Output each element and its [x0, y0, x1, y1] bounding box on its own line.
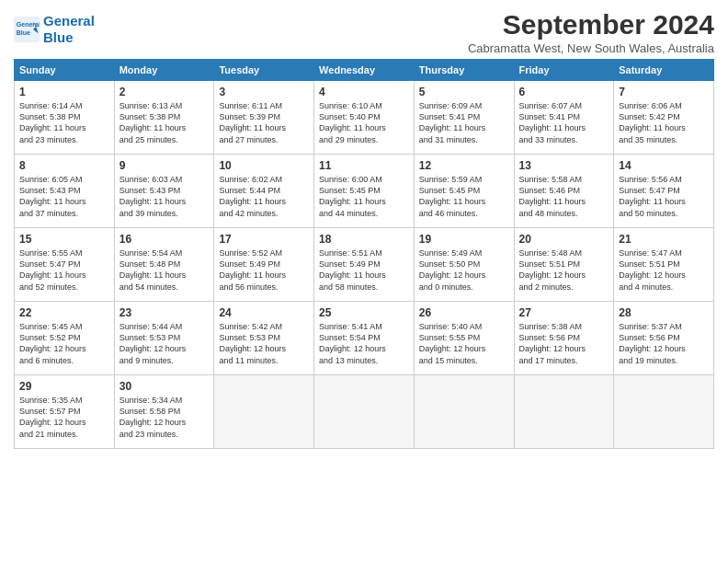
day-info: Sunrise: 5:38 AMSunset: 5:56 PMDaylight:…: [519, 321, 609, 366]
day-info: Sunrise: 6:10 AMSunset: 5:40 PMDaylight:…: [319, 100, 409, 145]
calendar-cell: 27Sunrise: 5:38 AMSunset: 5:56 PMDayligh…: [514, 302, 614, 375]
calendar-cell: 30Sunrise: 5:34 AMSunset: 5:58 PMDayligh…: [114, 375, 214, 449]
day-number: 5: [419, 85, 509, 99]
calendar-cell: 21Sunrise: 5:47 AMSunset: 5:51 PMDayligh…: [614, 228, 714, 302]
day-number: 19: [419, 232, 509, 247]
day-info: Sunrise: 5:37 AMSunset: 5:56 PMDaylight:…: [619, 321, 709, 366]
day-info: Sunrise: 5:47 AMSunset: 5:51 PMDaylight:…: [619, 247, 709, 293]
day-number: 12: [419, 158, 509, 173]
calendar-cell: [314, 375, 415, 449]
calendar-cell: 24Sunrise: 5:42 AMSunset: 5:53 PMDayligh…: [214, 302, 314, 375]
day-info: Sunrise: 6:05 AMSunset: 5:43 PMDaylight:…: [19, 174, 109, 219]
day-info: Sunrise: 5:45 AMSunset: 5:52 PMDaylight:…: [19, 321, 109, 366]
day-info: Sunrise: 6:07 AMSunset: 5:41 PMDaylight:…: [519, 100, 609, 145]
day-info: Sunrise: 5:44 AMSunset: 5:53 PMDaylight:…: [119, 321, 210, 366]
day-number: 23: [119, 305, 210, 320]
calendar-cell: 29Sunrise: 5:35 AMSunset: 5:57 PMDayligh…: [15, 375, 115, 449]
calendar-cell: 1Sunrise: 6:14 AMSunset: 5:38 PMDaylight…: [15, 81, 115, 155]
day-info: Sunrise: 6:13 AMSunset: 5:38 PMDaylight:…: [119, 100, 210, 145]
day-number: 3: [219, 85, 309, 99]
month-title: September 2024: [468, 9, 714, 40]
day-info: Sunrise: 5:51 AMSunset: 5:49 PMDaylight:…: [319, 247, 409, 293]
day-info: Sunrise: 6:11 AMSunset: 5:39 PMDaylight:…: [219, 100, 309, 145]
calendar-cell: 17Sunrise: 5:52 AMSunset: 5:49 PMDayligh…: [214, 228, 314, 302]
day-number: 13: [519, 158, 609, 173]
day-number: 1: [19, 85, 109, 99]
week-row-4: 22Sunrise: 5:45 AMSunset: 5:52 PMDayligh…: [15, 302, 714, 375]
day-info: Sunrise: 5:58 AMSunset: 5:46 PMDaylight:…: [519, 174, 609, 219]
day-info: Sunrise: 5:52 AMSunset: 5:49 PMDaylight:…: [219, 247, 309, 293]
day-info: Sunrise: 5:41 AMSunset: 5:54 PMDaylight:…: [319, 321, 409, 366]
logo-icon: General Blue: [14, 17, 40, 42]
day-number: 30: [119, 379, 210, 394]
calendar-header-sunday: Sunday: [15, 60, 115, 81]
calendar-cell: 25Sunrise: 5:41 AMSunset: 5:54 PMDayligh…: [314, 302, 415, 375]
logo: General Blue General Blue: [14, 9, 95, 46]
week-row-3: 15Sunrise: 5:55 AMSunset: 5:47 PMDayligh…: [15, 228, 714, 302]
day-info: Sunrise: 6:09 AMSunset: 5:41 PMDaylight:…: [419, 100, 509, 145]
day-number: 2: [119, 85, 210, 99]
day-info: Sunrise: 5:49 AMSunset: 5:50 PMDaylight:…: [419, 247, 509, 293]
calendar-cell: 2Sunrise: 6:13 AMSunset: 5:38 PMDaylight…: [114, 81, 214, 155]
calendar-cell: 18Sunrise: 5:51 AMSunset: 5:49 PMDayligh…: [314, 228, 415, 302]
calendar-cell: 14Sunrise: 5:56 AMSunset: 5:47 PMDayligh…: [614, 155, 714, 228]
calendar-cell: 15Sunrise: 5:55 AMSunset: 5:47 PMDayligh…: [15, 228, 115, 302]
svg-text:Blue: Blue: [17, 29, 30, 36]
day-number: 14: [619, 158, 709, 173]
calendar-header-friday: Friday: [514, 60, 614, 81]
day-number: 28: [619, 305, 709, 320]
calendar-header-row: SundayMondayTuesdayWednesdayThursdayFrid…: [15, 60, 714, 81]
day-number: 8: [19, 158, 109, 173]
day-number: 9: [119, 158, 210, 173]
day-number: 25: [319, 305, 409, 320]
day-number: 29: [19, 379, 109, 394]
calendar-header-thursday: Thursday: [414, 60, 514, 81]
calendar-cell: 7Sunrise: 6:06 AMSunset: 5:42 PMDaylight…: [614, 81, 714, 155]
calendar-cell: 6Sunrise: 6:07 AMSunset: 5:41 PMDaylight…: [514, 81, 614, 155]
day-info: Sunrise: 5:34 AMSunset: 5:58 PMDaylight:…: [119, 395, 210, 440]
calendar: SundayMondayTuesdayWednesdayThursdayFrid…: [14, 59, 714, 449]
day-number: 16: [119, 232, 210, 247]
day-info: Sunrise: 5:42 AMSunset: 5:53 PMDaylight:…: [219, 321, 309, 366]
calendar-cell: 20Sunrise: 5:48 AMSunset: 5:51 PMDayligh…: [514, 228, 614, 302]
day-number: 4: [319, 85, 409, 99]
calendar-cell: 4Sunrise: 6:10 AMSunset: 5:40 PMDaylight…: [314, 81, 415, 155]
day-info: Sunrise: 5:54 AMSunset: 5:48 PMDaylight:…: [119, 247, 210, 293]
day-number: 6: [519, 85, 609, 99]
calendar-header-tuesday: Tuesday: [214, 60, 314, 81]
day-info: Sunrise: 5:40 AMSunset: 5:55 PMDaylight:…: [419, 321, 509, 366]
logo-text-line2: Blue: [43, 29, 95, 46]
week-row-1: 1Sunrise: 6:14 AMSunset: 5:38 PMDaylight…: [15, 81, 714, 155]
location-subtitle: Cabramatta West, New South Wales, Austra…: [468, 41, 714, 55]
week-row-5: 29Sunrise: 5:35 AMSunset: 5:57 PMDayligh…: [15, 375, 714, 449]
header: General Blue General Blue September 2024…: [14, 9, 714, 55]
day-number: 17: [219, 232, 309, 247]
calendar-cell: [214, 375, 314, 449]
day-number: 27: [519, 305, 609, 320]
calendar-cell: 11Sunrise: 6:00 AMSunset: 5:45 PMDayligh…: [314, 155, 415, 228]
logo-text-line1: General: [43, 13, 95, 29]
day-number: 10: [219, 158, 309, 173]
day-number: 7: [619, 85, 709, 99]
calendar-cell: 13Sunrise: 5:58 AMSunset: 5:46 PMDayligh…: [514, 155, 614, 228]
day-number: 18: [319, 232, 409, 247]
calendar-cell: 22Sunrise: 5:45 AMSunset: 5:52 PMDayligh…: [15, 302, 115, 375]
day-info: Sunrise: 5:55 AMSunset: 5:47 PMDaylight:…: [19, 247, 109, 293]
day-info: Sunrise: 6:00 AMSunset: 5:45 PMDaylight:…: [319, 174, 409, 219]
day-number: 21: [619, 232, 709, 247]
day-info: Sunrise: 5:56 AMSunset: 5:47 PMDaylight:…: [619, 174, 709, 219]
calendar-cell: 28Sunrise: 5:37 AMSunset: 5:56 PMDayligh…: [614, 302, 714, 375]
calendar-cell: 8Sunrise: 6:05 AMSunset: 5:43 PMDaylight…: [15, 155, 115, 228]
calendar-cell: [414, 375, 514, 449]
calendar-cell: [514, 375, 614, 449]
day-number: 20: [519, 232, 609, 247]
day-info: Sunrise: 6:14 AMSunset: 5:38 PMDaylight:…: [19, 100, 109, 145]
calendar-cell: [614, 375, 714, 449]
day-info: Sunrise: 6:03 AMSunset: 5:43 PMDaylight:…: [119, 174, 210, 219]
calendar-cell: 12Sunrise: 5:59 AMSunset: 5:45 PMDayligh…: [414, 155, 514, 228]
calendar-cell: 3Sunrise: 6:11 AMSunset: 5:39 PMDaylight…: [214, 81, 314, 155]
day-number: 15: [19, 232, 109, 247]
day-info: Sunrise: 5:35 AMSunset: 5:57 PMDaylight:…: [19, 395, 109, 440]
calendar-header-saturday: Saturday: [614, 60, 714, 81]
calendar-cell: 19Sunrise: 5:49 AMSunset: 5:50 PMDayligh…: [414, 228, 514, 302]
